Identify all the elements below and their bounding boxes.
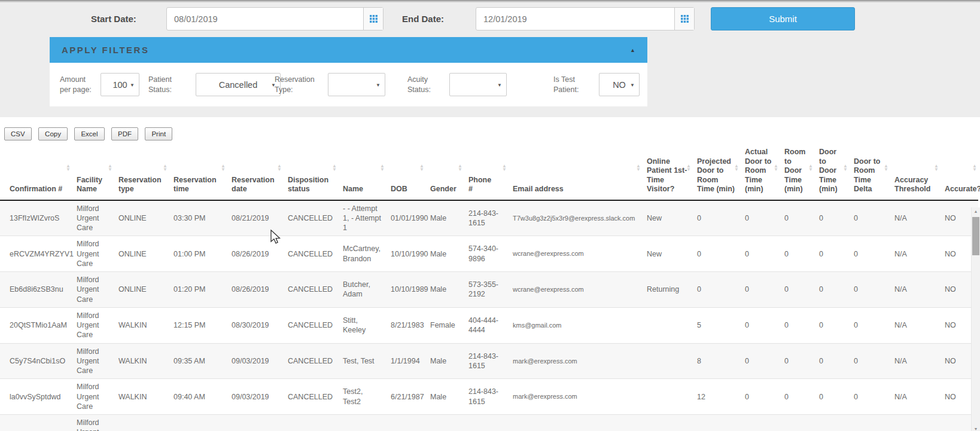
column-header-phone[interactable]: ▲▼Phone # [464,146,508,200]
excel-button[interactable]: Excel [74,127,104,140]
cell-door-to-door-time-min: 0 [814,272,849,308]
sort-icon[interactable]: ▲▼ [458,164,462,171]
cell-dob: 1/1/1994 [386,343,425,379]
column-header-room-to-door-time-min[interactable]: ▲▼Room to Door Time (min) [780,146,814,200]
cell-room-to-door-time-min: 0 [780,272,814,308]
cell-projected-door-to-room-time-min: 12 [692,379,740,415]
cell-projected-door-to-room-time-min [692,415,740,431]
sort-icon[interactable]: ▲▼ [502,164,507,171]
cell-actual-door-to-room-time-min: 0 [740,343,780,379]
sort-icon[interactable]: ▲▼ [774,164,778,171]
cell-gender: Male [425,200,464,236]
sort-icon[interactable]: ▲▼ [843,164,848,171]
column-header-projected-door-to-room-time-min[interactable]: ▲▼Projected Door to Room Time (min) [692,146,740,200]
sort-icon[interactable]: ▲▼ [419,164,424,171]
column-header-dob[interactable]: ▲▼DOB [386,146,425,200]
sort-icon[interactable]: ▲▼ [636,164,641,171]
sort-icon[interactable]: ▲▼ [808,164,813,171]
column-label: Projected Door to Room Time (min) [697,157,735,194]
scrollbar-thumb[interactable] [972,217,979,255]
cell-gender: Female [425,307,464,343]
column-header-gender[interactable]: ▲▼Gender [425,146,464,200]
column-header-disposition-status[interactable]: ▲▼Disposition status [283,146,338,200]
print-button[interactable]: Print [145,127,172,140]
sort-icon[interactable]: ▲▼ [972,164,977,171]
chevron-down-icon: ▼ [376,82,381,87]
cell-reservation-time: 09:40 AM [169,379,227,415]
column-header-actual-door-to-room-time-min[interactable]: ▲▼Actual Door to Room Time (min) [740,146,780,200]
cell-gender: Male [425,236,464,272]
start-date-calendar-button[interactable] [363,8,383,30]
cell-door-to-room-time-delta [849,415,890,431]
cell-name: McCartney, Brandon [338,236,386,272]
sort-icon[interactable]: ▲▼ [734,164,739,171]
cell-reservation-type: WALKIN [114,343,169,379]
cell-email-address: wcrane@erexpress.com [508,272,642,308]
start-date-input[interactable] [167,8,363,30]
sort-icon[interactable]: ▲▼ [163,164,168,171]
vertical-scrollbar[interactable]: ▲ ▼ [971,207,980,431]
sort-icon[interactable]: ▲▼ [66,164,71,171]
column-label: Confirmation # [10,185,62,193]
cell-name: Test, Test [338,343,386,379]
end-date-group [476,7,695,30]
end-date-calendar-button[interactable] [674,8,694,30]
sort-icon[interactable]: ▲▼ [332,164,337,171]
cell-accuracy-threshold [890,415,940,431]
sort-icon[interactable]: ▲▼ [277,164,282,171]
column-label: Name [343,185,363,193]
cell-actual-door-to-room-time-min: 0 [740,307,780,343]
cell-door-to-room-time-delta: 0 [849,236,890,272]
scroll-up-arrow-icon[interactable]: ▲ [972,209,980,213]
acuity-status-select[interactable]: ▼ [449,73,507,96]
cell-reservation-type: WALKIN [114,379,169,415]
sort-icon[interactable]: ▲▼ [380,164,385,171]
cell-door-to-room-time-delta: 0 [849,379,890,415]
column-header-accurate[interactable]: ▲▼Accurate? [940,146,978,200]
cell-confirmation [0,415,72,431]
sort-icon[interactable]: ▲▼ [934,164,939,171]
column-header-door-to-room-time-delta[interactable]: ▲▼Door to Room Time Delta [849,146,890,200]
table-row: la0vvSySptdwdMilford Urgent CareWALKIN09… [0,379,978,415]
scroll-down-arrow-icon[interactable]: ▼ [972,427,980,431]
pdf-button[interactable]: PDF [111,127,138,140]
column-label: Gender [430,185,456,193]
sort-icon[interactable]: ▲▼ [221,164,226,171]
table-row: 13FfIzWIZvroSMilford Urgent CareONLINE03… [0,200,978,236]
cell-phone: 574-340-9896 [464,236,508,272]
patient-status-select[interactable]: Cancelled ▼ [196,73,281,96]
results-card: CSV Copy Excel PDF Print ▲▼Confirmation … [0,117,980,431]
column-header-email-address[interactable]: ▲▼Email address [508,146,642,200]
cell-accuracy-threshold: N/A [890,200,940,236]
cell-reservation-type: ONLINE [114,200,169,236]
cell-reservation-type: ONLINE [114,272,169,308]
sort-icon[interactable]: ▲▼ [884,164,888,171]
csv-button[interactable]: CSV [4,127,32,140]
cell-projected-door-to-room-time-min: 8 [692,343,740,379]
column-header-door-to-door-time-min[interactable]: ▲▼Door to Door Time (min) [814,146,849,200]
column-header-reservation-type[interactable]: ▲▼Reservation type [114,146,169,200]
sort-icon[interactable]: ▲▼ [108,164,112,171]
calendar-icon [370,15,378,23]
cell-room-to-door-time-min: 0 [780,343,814,379]
column-header-online-patient-1st-time-visitor[interactable]: ▲▼Online Patient 1st-Time Visitor? [642,146,692,200]
sort-icon[interactable]: ▲▼ [686,164,691,171]
cell-disposition-status: CANCELLED [283,200,338,236]
apply-filters-toggle[interactable]: APPLY FILTERS ▲ [50,37,647,63]
cell-projected-door-to-room-time-min: 5 [692,307,740,343]
end-date-input[interactable] [476,8,674,30]
table-header-row: ▲▼Confirmation #▲▼Facility Name▲▼Reserva… [0,146,978,200]
copy-button[interactable]: Copy [38,127,68,140]
column-header-facility-name[interactable]: ▲▼Facility Name [72,146,114,200]
submit-button[interactable]: Submit [711,7,855,30]
reservation-type-select[interactable]: ▼ [328,73,385,96]
column-header-reservation-time[interactable]: ▲▼Reservation time [169,146,227,200]
chevron-down-icon: ▼ [497,82,502,87]
column-header-name[interactable]: ▲▼Name [338,146,386,200]
is-test-patient-select[interactable]: NO ▼ [599,73,640,96]
column-header-accuracy-threshold[interactable]: ▲▼Accuracy Threshold [890,146,940,200]
column-header-confirmation[interactable]: ▲▼Confirmation # [0,146,72,200]
column-header-reservation-date[interactable]: ▲▼Reservation date [227,146,283,200]
cell-door-to-room-time-delta: 0 [849,307,890,343]
amount-per-page-select[interactable]: 100 ▼ [101,73,139,96]
